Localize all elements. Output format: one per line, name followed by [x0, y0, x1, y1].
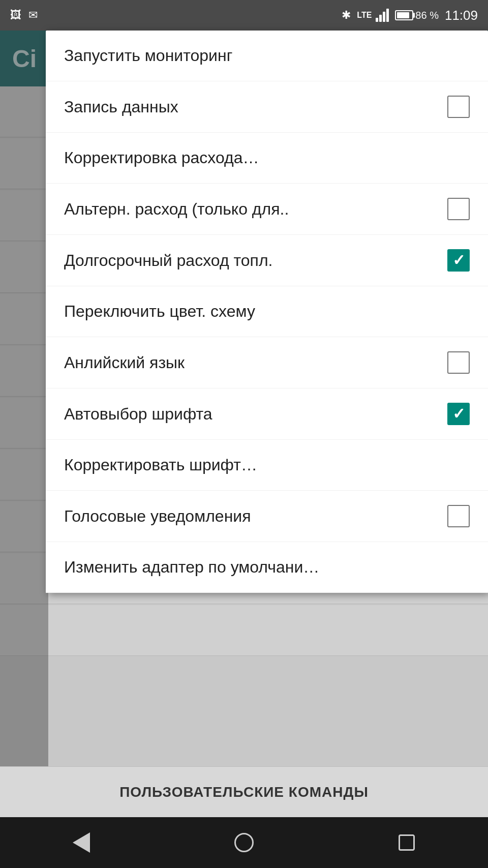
- mail-icon: ✉: [28, 9, 38, 22]
- menu-item-label-english-lang: Анлийский язык: [64, 353, 447, 372]
- battery-fill: [397, 12, 409, 18]
- home-button[interactable]: [224, 827, 264, 858]
- signal-bar-4: [386, 9, 389, 22]
- menu-dropdown: Запустить мониторингЗапись данныхКоррект…: [46, 31, 488, 593]
- menu-item-voice-notifications[interactable]: Голосовые уведомления: [46, 491, 488, 542]
- menu-item-label-correct-font: Корректировать шрифт…: [64, 456, 470, 474]
- checkbox-alt-expense[interactable]: [447, 198, 470, 220]
- menu-item-longterm-fuel[interactable]: Долгосрочный расход топл.: [46, 235, 488, 286]
- menu-item-label-record-data: Запись данных: [64, 98, 447, 116]
- bg-list-item-11: [0, 605, 488, 656]
- menu-item-switch-theme[interactable]: Переключить цвет. схему: [46, 286, 488, 337]
- signal-bars: [376, 9, 389, 22]
- menu-item-auto-font[interactable]: Автовыбор шрифта: [46, 388, 488, 440]
- menu-item-label-voice-notifications: Голосовые уведомления: [64, 507, 447, 526]
- checkbox-voice-notifications[interactable]: [447, 505, 470, 527]
- status-bar-left: 🖼 ✉: [10, 9, 38, 22]
- recents-icon: [399, 834, 415, 851]
- menu-item-correct-font[interactable]: Корректировать шрифт…: [46, 440, 488, 491]
- bluetooth-icon: ✱: [342, 9, 351, 22]
- menu-item-start-monitoring[interactable]: Запустить мониторинг: [46, 31, 488, 81]
- image-icon: 🖼: [10, 9, 21, 22]
- signal-bar-1: [376, 18, 378, 22]
- checkbox-auto-font[interactable]: [447, 403, 470, 425]
- menu-item-label-correct-expense: Корректировка расхода…: [64, 148, 470, 167]
- checkbox-english-lang[interactable]: [447, 351, 470, 374]
- status-time: 11:09: [445, 8, 478, 23]
- bottom-button-area[interactable]: ПОЛЬЗОВАТЕЛЬСКИЕ КОМАНДЫ: [0, 766, 488, 817]
- checkbox-record-data[interactable]: [447, 96, 470, 118]
- battery-label: 86 %: [415, 10, 439, 21]
- back-button[interactable]: [61, 827, 102, 858]
- menu-item-label-start-monitoring: Запустить мониторинг: [64, 46, 470, 65]
- status-bar-right: ✱ LTE 86 % 11:09: [342, 8, 478, 23]
- status-bar: 🖼 ✉ ✱ LTE 86 % 11:09: [0, 0, 488, 31]
- menu-item-label-longterm-fuel: Долгосрочный расход топл.: [64, 251, 447, 270]
- menu-item-correct-expense[interactable]: Корректировка расхода…: [46, 133, 488, 184]
- nav-bar: [0, 817, 488, 868]
- menu-item-label-change-adapter: Изменить адаптер по умолчани…: [64, 558, 470, 577]
- bottom-button-text[interactable]: ПОЛЬЗОВАТЕЛЬСКИЕ КОМАНДЫ: [119, 784, 369, 800]
- lte-label: LTE: [357, 11, 372, 20]
- signal-bar-2: [379, 15, 382, 22]
- back-icon: [73, 832, 90, 853]
- checkbox-longterm-fuel[interactable]: [447, 249, 470, 272]
- menu-item-label-alt-expense: Альтерн. расход (только для..: [64, 200, 447, 219]
- menu-item-alt-expense[interactable]: Альтерн. расход (только для..: [46, 184, 488, 235]
- menu-item-change-adapter[interactable]: Изменить адаптер по умолчани…: [46, 542, 488, 593]
- home-icon: [234, 833, 254, 852]
- overlay-dim: [0, 31, 48, 809]
- menu-item-label-switch-theme: Переключить цвет. схему: [64, 302, 470, 321]
- menu-item-record-data[interactable]: Запись данных: [46, 81, 488, 133]
- battery-container: 86 %: [395, 10, 439, 21]
- signal-area: LTE: [357, 9, 389, 22]
- signal-bar-3: [383, 12, 385, 22]
- recents-button[interactable]: [386, 827, 427, 858]
- battery-icon: [395, 10, 413, 20]
- menu-item-english-lang[interactable]: Анлийский язык: [46, 337, 488, 388]
- menu-item-label-auto-font: Автовыбор шрифта: [64, 405, 447, 424]
